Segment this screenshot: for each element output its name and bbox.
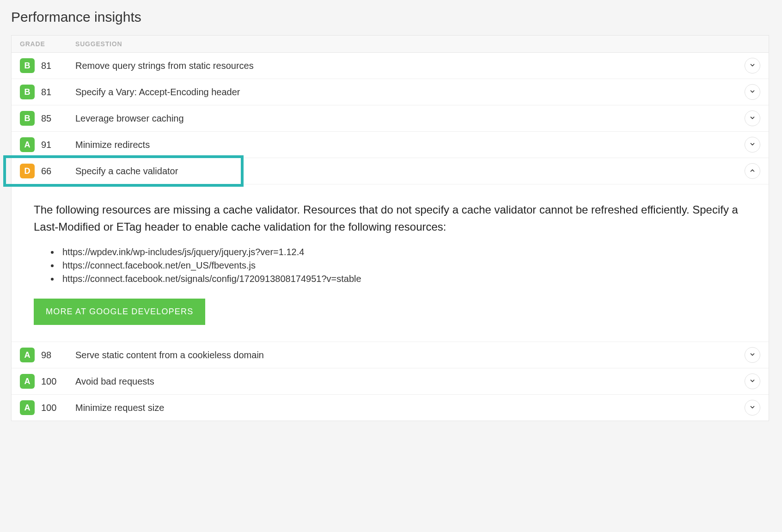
grade-badge: A (20, 400, 35, 415)
grade-badge: A (20, 137, 35, 152)
grade-score: 100 (41, 376, 56, 387)
grade-cell: A91 (20, 137, 75, 152)
grade-badge: B (20, 58, 35, 73)
chevron-down-icon (749, 88, 756, 96)
grade-badge: D (20, 164, 35, 178)
expand-button[interactable] (745, 400, 760, 416)
chevron-down-icon (749, 404, 756, 412)
chevron-up-icon (749, 167, 756, 175)
chevron-down-icon (749, 115, 756, 122)
grade-score: 98 (41, 350, 51, 361)
expand-button[interactable] (745, 58, 760, 73)
suggestion-text: Leverage browser caching (75, 113, 745, 124)
grade-cell: D66 (20, 164, 75, 178)
grade-badge: B (20, 85, 35, 99)
suggestion-text: Minimize redirects (75, 140, 745, 150)
grade-badge: A (20, 348, 35, 362)
suggestion-text: Avoid bad requests (75, 376, 745, 387)
insight-row[interactable]: B85Leverage browser caching (12, 105, 769, 132)
insight-row[interactable]: B81Specify a Vary: Accept-Encoding heade… (12, 79, 769, 105)
expand-button[interactable] (745, 110, 760, 126)
insight-row[interactable]: D66Specify a cache validator (12, 158, 769, 184)
insights-panel: GRADE SUGGESTION B81Remove query strings… (11, 35, 769, 421)
expanded-description: The following resources are missing a ca… (34, 201, 746, 235)
more-at-google-developers-button[interactable]: MORE AT GOOGLE DEVELOPERS (34, 299, 205, 325)
header-grade: GRADE (20, 40, 75, 48)
expand-button[interactable] (745, 137, 760, 153)
grade-score: 85 (41, 113, 51, 124)
resource-list: https://wpdev.ink/wp-includes/js/jquery/… (34, 245, 746, 286)
suggestion-text: Specify a Vary: Accept-Encoding header (75, 87, 745, 98)
grade-cell: A98 (20, 348, 75, 362)
grade-score: 100 (41, 403, 56, 413)
grade-cell: B81 (20, 85, 75, 99)
suggestion-text: Minimize request size (75, 403, 745, 413)
expand-button[interactable] (745, 347, 760, 363)
grade-score: 91 (41, 140, 51, 150)
grade-cell: B81 (20, 58, 75, 73)
grade-cell: A100 (20, 374, 75, 389)
resource-item: https://wpdev.ink/wp-includes/js/jquery/… (60, 245, 746, 259)
chevron-down-icon (749, 141, 756, 149)
grade-cell: B85 (20, 111, 75, 126)
expanded-panel: The following resources are missing a ca… (12, 184, 769, 342)
panel-title: Performance insights (11, 9, 769, 25)
insight-row[interactable]: A100Avoid bad requests (12, 368, 769, 395)
expand-button[interactable] (745, 373, 760, 389)
grade-badge: A (20, 374, 35, 389)
chevron-down-icon (749, 62, 756, 70)
suggestion-text: Serve static content from a cookieless d… (75, 350, 745, 361)
grade-score: 81 (41, 61, 51, 71)
expand-button[interactable] (745, 84, 760, 100)
suggestion-text: Specify a cache validator (75, 166, 745, 177)
grade-cell: A100 (20, 400, 75, 415)
grade-score: 81 (41, 87, 51, 98)
insight-row[interactable]: A98Serve static content from a cookieles… (12, 342, 769, 368)
grade-score: 66 (41, 166, 51, 177)
chevron-down-icon (749, 351, 756, 359)
chevron-down-icon (749, 378, 756, 385)
resource-item: https://connect.facebook.net/signals/con… (60, 272, 746, 286)
insight-row[interactable]: A91Minimize redirects (12, 132, 769, 158)
insight-row[interactable]: A100Minimize request size (12, 395, 769, 421)
insight-row[interactable]: B81Remove query strings from static reso… (12, 53, 769, 79)
resource-item: https://connect.facebook.net/en_US/fbeve… (60, 259, 746, 272)
suggestion-text: Remove query strings from static resourc… (75, 61, 745, 71)
collapse-button[interactable] (745, 163, 760, 179)
grade-badge: B (20, 111, 35, 126)
table-header: GRADE SUGGESTION (12, 36, 769, 53)
header-suggestion: SUGGESTION (75, 40, 760, 48)
